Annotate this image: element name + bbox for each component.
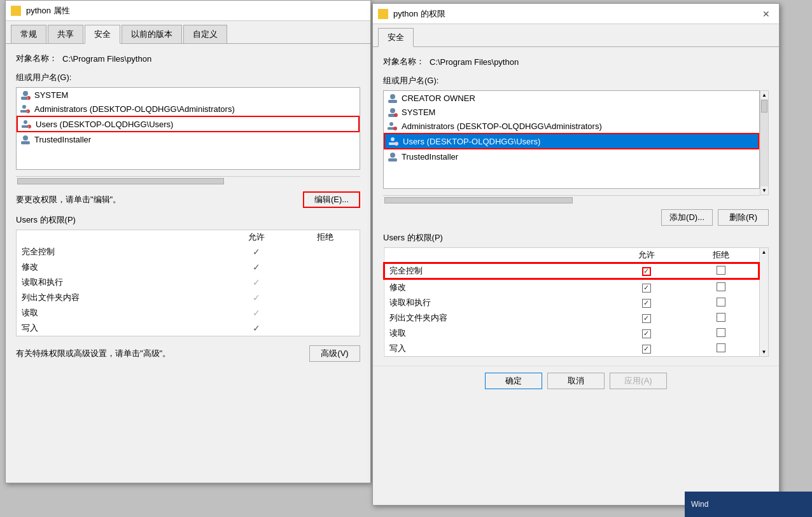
cancel-button[interactable]: 取消 — [547, 373, 605, 389]
user-item-trusted-2[interactable]: TrustedInstaller — [384, 149, 759, 163]
checkbox-modify-deny[interactable] — [717, 282, 725, 291]
hscroll-thumb-2[interactable] — [384, 197, 573, 203]
perm-deny-modify — [291, 259, 360, 275]
perm-name-modify-2: 修改 — [384, 279, 609, 295]
ok-button[interactable]: 确定 — [485, 373, 542, 389]
scroll-track — [760, 99, 768, 186]
perm-vscroll[interactable]: ▲ ▼ — [760, 247, 769, 357]
checkbox-exec-deny[interactable] — [717, 298, 725, 307]
user-item-system[interactable]: ! SYSTEM — [17, 88, 360, 102]
advanced-button[interactable]: 高级(V) — [309, 345, 360, 362]
perm-deny-write-2[interactable] — [683, 341, 759, 357]
checkbox-full-allow[interactable] — [642, 267, 651, 276]
perm-deny-full-2[interactable] — [683, 263, 759, 279]
checkbox-full-deny[interactable] — [717, 266, 725, 275]
perm-col-allow-2: 允许 — [609, 248, 683, 263]
perm-deny-exec-2[interactable] — [683, 295, 759, 310]
scroll-down-arrow[interactable]: ▼ — [760, 186, 768, 195]
perm-allow-read-2[interactable] — [609, 326, 683, 341]
checkbox-write-allow[interactable] — [642, 345, 651, 354]
perm-scroll-up[interactable]: ▲ — [760, 248, 768, 256]
permissions-section-2: Users 的权限(P) 允许 拒绝 完全控制 — [383, 232, 769, 357]
edit-button[interactable]: 编辑(E)... — [303, 191, 360, 208]
scroll-up-arrow[interactable]: ▲ — [760, 91, 768, 99]
perm-row-exec: 读取和执行 ✓ — [17, 275, 360, 290]
hscroll-row-2 — [383, 195, 769, 204]
remove-button[interactable]: 删除(R) — [718, 209, 769, 226]
hscroll-bar-2[interactable] — [383, 195, 760, 204]
tab-custom[interactable]: 自定义 — [183, 25, 227, 43]
svg-point-0 — [23, 91, 28, 96]
svg-point-21 — [393, 127, 397, 130]
perm-row-list: 列出文件夹内容 ✓ — [17, 290, 360, 305]
perm-section-label: Users 的权限(P) — [16, 214, 360, 226]
checkbox-read-deny[interactable] — [717, 328, 725, 337]
permissions-content: 对象名称： C:\Program Files\python 组或用户名(G): … — [373, 47, 779, 366]
tab-share[interactable]: 共享 — [48, 25, 83, 43]
hscroll-bar[interactable] — [16, 176, 360, 185]
perm-allow-write: ✓ — [223, 321, 291, 336]
svg-point-12 — [23, 135, 28, 141]
perm-allow-exec-2[interactable] — [609, 295, 683, 310]
apply-button[interactable]: 应用(A) — [610, 373, 667, 389]
perm-allow-modify-2[interactable] — [609, 279, 683, 295]
taskbar-watermark: Wind — [685, 492, 812, 517]
user-item-trusted[interactable]: TrustedInstaller — [17, 132, 360, 146]
perm-deny-list-2[interactable] — [683, 310, 759, 326]
object-label-2: 对象名称： — [383, 56, 424, 67]
perm-col-allow: 允许 — [223, 230, 291, 245]
user-item-system-2[interactable]: SYSTEM — [384, 105, 759, 119]
perm-scroll-down[interactable]: ▼ — [760, 348, 768, 356]
checkbox-modify-allow[interactable] — [642, 284, 651, 293]
checkbox-exec-allow[interactable] — [642, 299, 651, 308]
tab-previous[interactable]: 以前的版本 — [122, 25, 182, 43]
hscroll-thumb[interactable] — [17, 178, 224, 184]
perm-row-modify: 修改 ✓ — [17, 259, 360, 275]
add-remove-row: 添加(D)... 删除(R) — [383, 209, 769, 226]
user-name-trusted-2: TrustedInstaller — [402, 152, 458, 162]
svg-point-18 — [394, 113, 398, 117]
perm-deny-modify-2[interactable] — [683, 279, 759, 295]
perm-allow-full-2[interactable] — [609, 263, 683, 279]
perm-allow-list: ✓ — [223, 290, 291, 305]
perm-allow-list-2[interactable] — [609, 310, 683, 326]
user-item-admin[interactable]: ! Administrators (DESKTOP-OLQDHGG\Admini… — [17, 102, 360, 116]
svg-rect-15 — [388, 100, 397, 103]
scroll-thumb[interactable] — [761, 100, 767, 113]
user-name-system-2: SYSTEM — [402, 107, 435, 117]
dialog-footer: 确定 取消 应用(A) — [373, 366, 779, 396]
user-icon-admin: ! — [20, 104, 31, 114]
close-button[interactable]: ✕ — [759, 6, 774, 22]
checkbox-write-deny[interactable] — [717, 343, 725, 352]
permissions-title-bar: python 的权限 ✕ — [373, 4, 779, 24]
user-item-creator[interactable]: CREATOR OWNER — [384, 91, 759, 105]
properties-content: 对象名称： C:\Program Files\python 组或用户名(G): … — [6, 44, 370, 371]
perm-row-read: 读取 ✓ — [17, 305, 360, 321]
permissions-section: Users 的权限(P) 允许 拒绝 完全控制 ✓ — [16, 214, 360, 336]
user-name-users-2: Users (DESKTOP-OLQDHGG\Users) — [403, 137, 540, 146]
perm-deny-read-2[interactable] — [683, 326, 759, 341]
checkbox-read-allow[interactable] — [642, 329, 651, 338]
user-item-users[interactable]: ! Users (DESKTOP-OLQDHGG\Users) — [17, 116, 360, 132]
user-list-2[interactable]: CREATOR OWNER SYSTEM Administrators (DES… — [383, 90, 760, 189]
advanced-row: 有关特殊权限或高级设置，请单击"高级"。 高级(V) — [16, 345, 360, 362]
user-item-admin-2[interactable]: Administrators (DESKTOP-OLQDHGG\Administ… — [384, 119, 759, 133]
checkbox-list-deny[interactable] — [717, 313, 725, 322]
vscroll-bar[interactable]: ▲ ▼ — [760, 90, 769, 195]
object-name-row: 对象名称： C:\Program Files\python — [16, 53, 360, 64]
perm-row-full: 完全控制 ✓ — [17, 244, 360, 259]
user-name-users: Users (DESKTOP-OLQDHGG\Users) — [36, 120, 173, 129]
add-button[interactable]: 添加(D)... — [661, 209, 713, 226]
user-icon-trusted-2 — [388, 151, 398, 162]
perm-allow-write-2[interactable] — [609, 341, 683, 357]
user-list[interactable]: ! SYSTEM ! Administrators (DESKTOP-OLQDH… — [16, 87, 360, 170]
tab-security[interactable]: 安全 — [85, 25, 120, 44]
perm-name-list-2: 列出文件夹内容 — [384, 310, 609, 326]
tab-security-2[interactable]: 安全 — [378, 28, 414, 47]
svg-point-14 — [390, 94, 395, 99]
group-label-2: 组或用户名(G): — [383, 75, 769, 86]
checkbox-list-allow[interactable] — [642, 314, 651, 323]
perm-col-name-2 — [384, 248, 609, 263]
tab-general[interactable]: 常规 — [11, 25, 46, 43]
user-item-users-2[interactable]: Users (DESKTOP-OLQDHGG\Users) — [384, 133, 759, 149]
